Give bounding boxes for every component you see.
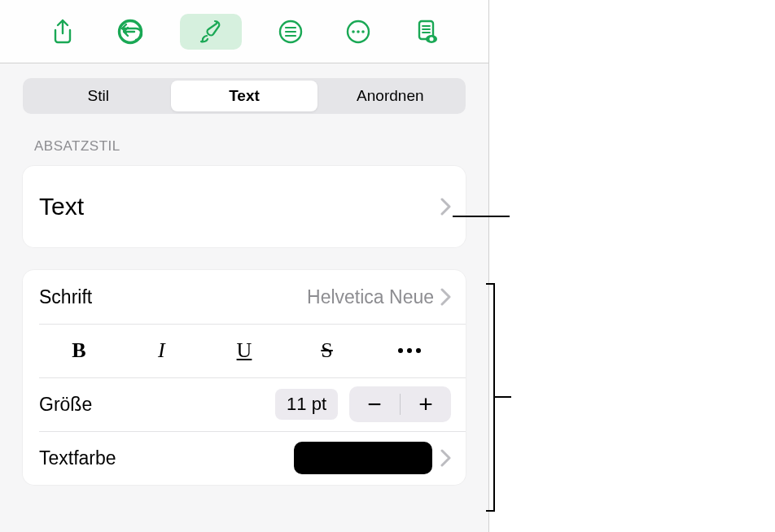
chevron-right-icon [440,198,451,216]
more-circle-icon [344,18,372,46]
font-settings-card: Schrift Helvetica Neue B I U S Größe 11 … [23,270,466,485]
size-increase-button[interactable]: + [401,386,451,422]
list-icon [277,18,304,46]
text-color-row[interactable]: Textfarbe [23,431,466,485]
size-stepper: − + [349,386,451,422]
annotation-area [489,0,775,532]
size-label: Größe [39,394,275,416]
text-color-swatch[interactable] [294,442,432,474]
format-tabs: Stil Text Anordnen [23,78,466,114]
share-button[interactable] [45,14,81,50]
size-row: Größe 11 pt − + [23,377,466,431]
size-value[interactable]: 11 pt [275,389,338,420]
format-brush-icon [197,18,225,46]
strikethrough-button[interactable]: S [286,333,369,368]
font-label: Schrift [39,286,307,308]
underline-button[interactable]: U [203,333,286,368]
undo-button[interactable] [112,14,148,50]
tab-anordnen[interactable]: Anordnen [317,81,463,111]
document-view-button[interactable] [408,14,444,50]
bold-button[interactable]: B [37,333,120,368]
format-buttons-row: B I U S [23,324,466,377]
svg-point-4 [352,30,355,33]
more-format-button[interactable] [368,333,451,368]
document-view-icon [412,18,440,46]
text-color-label: Textfarbe [39,447,294,469]
undo-icon-arrow [116,18,144,46]
font-value: Helvetica Neue [307,286,434,308]
svg-point-5 [357,30,360,33]
top-toolbar [0,0,488,63]
chevron-right-icon [440,449,451,467]
callout-bracket-bottom [486,510,494,512]
callout-bracket-top [486,283,494,285]
tab-text[interactable]: Text [171,81,317,111]
paragraph-style-value: Text [39,193,440,220]
ellipsis-icon [398,348,421,353]
more-button[interactable] [340,14,376,50]
tab-stil[interactable]: Stil [25,81,171,111]
paragraph-style-row[interactable]: Text [23,166,466,247]
chevron-right-icon [440,288,451,306]
italic-button[interactable]: I [120,333,204,368]
font-row[interactable]: Schrift Helvetica Neue [23,270,466,324]
format-panel: Stil Text Anordnen Absatzstil Text Schri… [0,0,489,532]
share-icon [49,18,77,46]
size-decrease-button[interactable]: − [349,386,400,422]
callout-line [493,396,511,398]
svg-point-9 [429,37,433,41]
svg-point-6 [361,30,365,33]
callout-line [453,216,510,217]
paragraph-style-heading: Absatzstil [0,114,488,159]
list-button[interactable] [273,14,309,50]
tabs-container: Stil Text Anordnen [0,63,488,114]
format-brush-button[interactable] [180,14,242,50]
